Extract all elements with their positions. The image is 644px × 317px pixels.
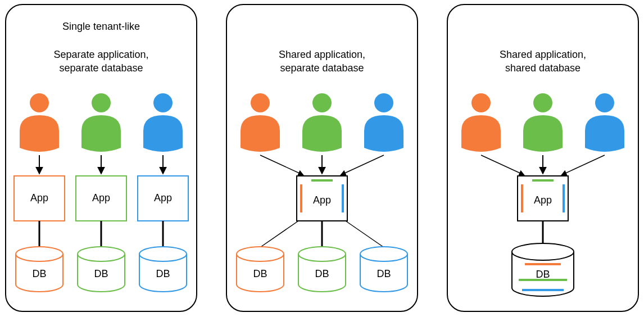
db-label: DB [377,268,391,279]
app-label: App [534,194,552,206]
db-label: DB [536,269,550,280]
svg-point-2 [92,93,111,112]
svg-point-7 [312,93,332,112]
svg-point-8 [374,93,393,112]
svg-point-9 [237,247,284,261]
panel-title-2: Separate application, [53,49,148,60]
user-icon [241,93,280,152]
user-icon [364,93,403,152]
svg-point-5 [139,247,187,261]
svg-point-15 [512,243,574,260]
tenancy-diagram: Single tenant-like Separate application,… [0,0,644,317]
panel-title-3: shared database [505,62,580,74]
arrow-user-to-app [341,155,384,175]
db-label: DB [156,268,170,279]
svg-point-1 [16,247,63,261]
link-app-to-db [346,221,384,247]
panel-title-3: separate database [59,62,143,74]
svg-point-6 [251,93,270,112]
panel-title-3: separate database [280,62,364,74]
user-icon [461,93,501,152]
svg-point-10 [298,247,346,261]
svg-point-3 [78,247,125,261]
panel-title-2: Shared application, [500,49,586,60]
panel-3: Shared application, shared database App [447,4,638,311]
user-icon [302,93,342,152]
panel-1: Single tenant-like Separate application,… [6,4,197,311]
app-label: App [154,192,172,203]
user-icon [143,93,183,152]
svg-point-13 [533,93,552,112]
user-icon [20,93,59,152]
user-icon [585,93,624,152]
svg-point-4 [153,93,173,112]
panel-2: Shared application, separate database Ap… [226,4,418,311]
panel-title-2: Shared application, [279,49,365,60]
panel-title-1: Single tenant-like [62,21,140,32]
svg-point-12 [471,93,491,112]
db-label: DB [315,268,329,279]
arrow-user-to-app [562,155,605,175]
db-label: DB [94,268,108,279]
svg-point-14 [595,93,614,112]
db-label: DB [32,268,46,279]
link-app-to-db [260,221,298,247]
user-icon [523,93,563,152]
user-icon [81,93,121,152]
svg-point-11 [360,247,407,261]
svg-point-0 [30,93,49,112]
db-label: DB [253,268,267,279]
arrow-user-to-app [481,155,524,175]
arrow-user-to-app [260,155,303,175]
app-label: App [313,194,331,206]
app-label: App [92,192,110,203]
app-label: App [30,192,48,203]
